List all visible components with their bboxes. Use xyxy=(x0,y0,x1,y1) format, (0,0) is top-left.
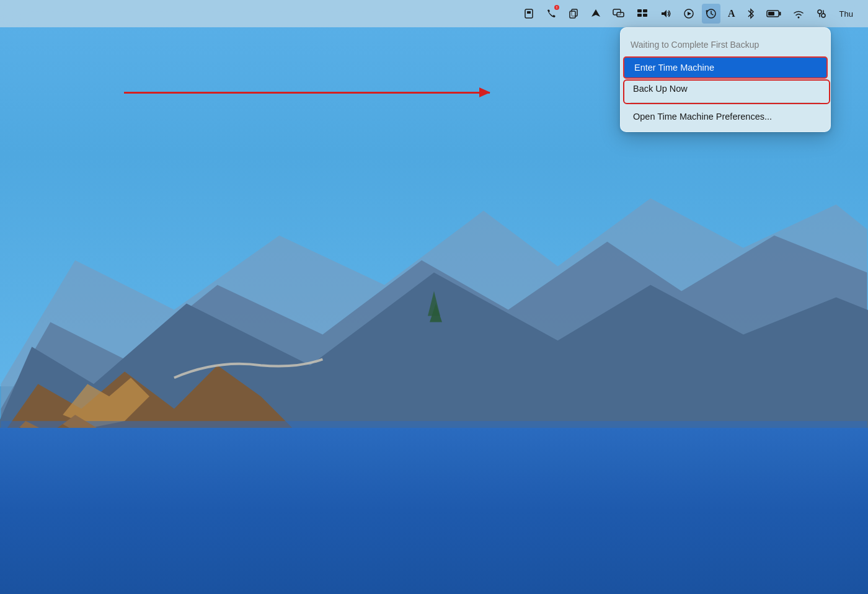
menubar: ! xyxy=(0,0,868,27)
timemachine-icon[interactable] xyxy=(702,4,720,24)
font-icon[interactable]: A xyxy=(724,4,739,24)
svg-marker-17 xyxy=(591,9,600,17)
copy-icon[interactable] xyxy=(564,4,583,24)
svg-rect-14 xyxy=(527,11,531,14)
menubar-time[interactable]: Thu xyxy=(835,4,858,24)
arrow-line xyxy=(124,92,490,94)
svg-marker-26 xyxy=(688,12,691,16)
svg-rect-20 xyxy=(637,9,642,12)
time-machine-dropdown: Waiting to Complete First Backup Enter T… xyxy=(620,27,831,132)
svg-rect-19 xyxy=(617,12,624,17)
grid-icon[interactable] xyxy=(632,4,652,24)
svg-rect-22 xyxy=(637,14,642,17)
svg-rect-23 xyxy=(643,14,647,17)
open-preferences-item[interactable]: Open Time Machine Preferences... xyxy=(623,107,828,126)
dropdown-status-text: Waiting to Complete First Backup xyxy=(621,33,830,56)
bluetooth-icon[interactable] xyxy=(743,4,759,24)
play-icon[interactable] xyxy=(680,4,698,24)
menubar-icons: ! xyxy=(520,0,858,27)
phone-icon[interactable]: ! xyxy=(542,4,560,24)
volume-icon[interactable] xyxy=(656,4,676,24)
message-icon[interactable] xyxy=(609,4,629,24)
enter-time-machine-item[interactable]: Enter Time Machine xyxy=(623,56,828,79)
svg-rect-21 xyxy=(643,9,647,12)
back-up-now-item[interactable]: Back Up Now xyxy=(623,79,828,99)
battery-icon[interactable] xyxy=(763,4,785,24)
svg-point-34 xyxy=(822,14,825,17)
dropdown-divider xyxy=(631,102,820,103)
svg-rect-16 xyxy=(570,11,575,18)
notch-icon[interactable] xyxy=(520,4,538,24)
mountain-illustration xyxy=(0,149,868,446)
svg-marker-24 xyxy=(662,10,666,17)
water-background xyxy=(0,428,868,594)
arrow-annotation xyxy=(124,92,490,94)
svg-point-32 xyxy=(797,17,799,19)
controlcenter-icon[interactable] xyxy=(812,4,831,24)
svg-point-33 xyxy=(818,10,822,14)
wifi-icon[interactable] xyxy=(789,4,808,24)
svg-rect-30 xyxy=(779,12,781,16)
svg-rect-31 xyxy=(768,12,774,16)
location-icon[interactable] xyxy=(587,4,605,24)
